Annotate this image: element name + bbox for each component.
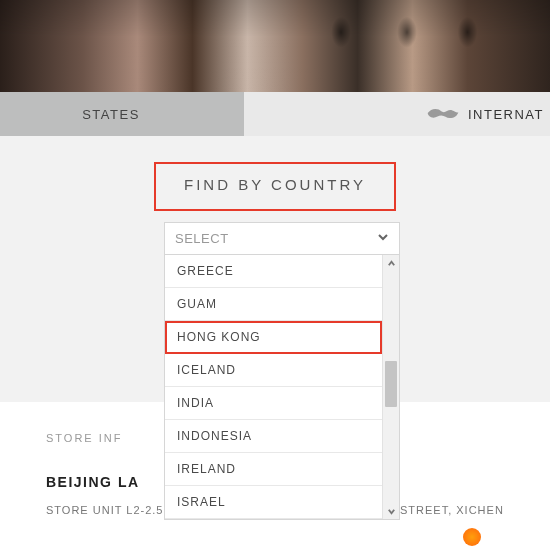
tab-international-label: INTERNAT — [468, 107, 544, 122]
scroll-up-icon[interactable] — [383, 255, 399, 271]
scroll-down-icon[interactable] — [383, 503, 399, 519]
section-title: FIND BY COUNTRY — [154, 162, 396, 211]
option-guam[interactable]: GUAM — [165, 288, 382, 321]
hero-image — [0, 0, 550, 92]
watermark: 微小管具罪 — [463, 528, 542, 546]
option-greece[interactable]: GREECE — [165, 255, 382, 288]
option-india[interactable]: INDIA — [165, 387, 382, 420]
tab-states-label: STATES — [82, 107, 140, 122]
option-hong-kong[interactable]: HONG KONG — [165, 321, 382, 354]
option-iceland[interactable]: ICELAND — [165, 354, 382, 387]
country-select[interactable]: SELECT GREECEGUAMHONG KONGICELANDINDIAIN… — [164, 222, 400, 520]
option-ireland[interactable]: IRELAND — [165, 453, 382, 486]
scroll-thumb[interactable] — [385, 361, 397, 407]
chevron-down-icon — [377, 231, 389, 246]
tab-bar: STATES INTERNAT — [0, 92, 550, 136]
watermark-text: 微小管具罪 — [487, 530, 542, 545]
options-list: GREECEGUAMHONG KONGICELANDINDIAINDONESIA… — [165, 255, 382, 519]
content-area: FIND BY COUNTRY SELECT GREECEGUAMHONG KO… — [0, 136, 550, 211]
section-title-text: FIND BY COUNTRY — [184, 176, 366, 193]
scrollbar[interactable] — [382, 255, 399, 519]
option-israel[interactable]: ISRAEL — [165, 486, 382, 519]
select-placeholder: SELECT — [175, 231, 229, 246]
weibo-logo-icon — [463, 528, 481, 546]
select-header[interactable]: SELECT — [165, 223, 399, 255]
tab-international[interactable]: INTERNAT — [426, 92, 550, 136]
option-indonesia[interactable]: INDONESIA — [165, 420, 382, 453]
tab-states[interactable]: STATES — [0, 92, 244, 136]
world-map-icon — [426, 104, 460, 125]
